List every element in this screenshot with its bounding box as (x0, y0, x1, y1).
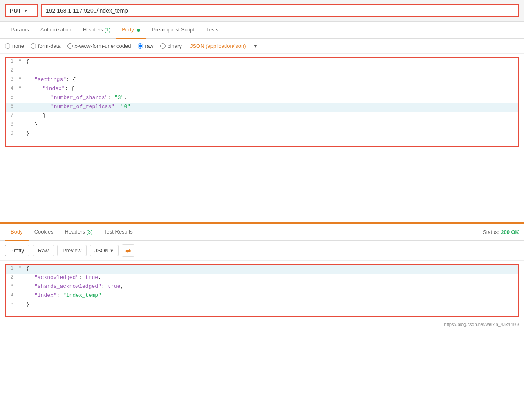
response-headers-badge: (3) (86, 229, 92, 235)
code-line: 3 "shards_acknowledged": true, (6, 283, 518, 292)
option-binary[interactable]: binary (160, 43, 182, 49)
code-line: 5 } (6, 301, 518, 310)
body-options-bar: none form-data x-www-form-urlencoded raw… (0, 39, 524, 54)
status-value: 200 OK (501, 229, 519, 235)
headers-badge: (1) (104, 27, 110, 33)
option-form-data[interactable]: form-data (31, 43, 61, 49)
method-dropdown-arrow: ▼ (24, 9, 28, 13)
format-preview[interactable]: Preview (57, 245, 87, 256)
body-active-dot (137, 29, 140, 32)
tab-body[interactable]: Body (116, 22, 146, 39)
code-line: 8 } (6, 121, 518, 130)
tab-response-headers[interactable]: Headers (3) (59, 224, 98, 241)
tab-params[interactable]: Params (5, 22, 35, 39)
url-input[interactable] (41, 4, 519, 17)
response-format-bar: Pretty Raw Preview JSON ▼ ⇌ (0, 241, 524, 261)
tab-cookies[interactable]: Cookies (29, 224, 59, 241)
code-line: 2 (6, 67, 518, 76)
option-raw[interactable]: raw (138, 43, 154, 49)
code-line: 9 } (6, 130, 518, 139)
code-line: 2 "acknowledged": true, (6, 274, 518, 283)
tab-tests[interactable]: Tests (200, 22, 224, 39)
tab-response-body[interactable]: Body (5, 224, 29, 241)
tab-pre-request[interactable]: Pre-request Script (146, 22, 200, 39)
json-type-selector[interactable]: JSON (application/json) (190, 43, 246, 49)
spacer (0, 150, 524, 224)
code-line: 4 ▼ "index": { (6, 85, 518, 94)
code-line: 1 ▼ { (6, 265, 518, 274)
code-line: 3 ▼ "settings": { (6, 76, 518, 85)
response-section: Body Cookies Headers (3) Test Results St… (0, 224, 524, 328)
top-bar: PUT ▼ (0, 0, 524, 22)
tab-authorization[interactable]: Authorization (35, 22, 77, 39)
request-tabs: Params Authorization Headers (1) Body Pr… (0, 22, 524, 39)
tab-headers[interactable]: Headers (1) (77, 22, 116, 39)
format-raw[interactable]: Raw (33, 245, 54, 256)
code-line: 1 ▼ { (6, 58, 518, 67)
code-line: 6 "number_of_replicas": "0" (6, 103, 518, 112)
response-json-type[interactable]: JSON ▼ (90, 245, 119, 256)
wrap-icon[interactable]: ⇌ (122, 244, 134, 257)
tab-test-results[interactable]: Test Results (98, 224, 139, 241)
response-tabs: Body Cookies Headers (3) Test Results St… (0, 224, 524, 241)
code-line: 4 "index": "index_temp" (6, 292, 518, 301)
option-none[interactable]: none (5, 43, 24, 49)
response-body-editor[interactable]: 1 ▼ { 2 "acknowledged": true, 3 "shards_… (5, 264, 519, 317)
format-pretty[interactable]: Pretty (5, 245, 29, 256)
code-line: 5 "number_of_shards": "3", (6, 94, 518, 103)
code-line: 7 } (6, 112, 518, 121)
response-json-arrow: ▼ (110, 248, 114, 253)
url-hint: https://blog.csdn.net/weixin_43x4486/ (0, 320, 524, 328)
method-label: PUT (10, 7, 21, 14)
request-body-editor[interactable]: 1 ▼ { 2 3 ▼ "settings": { 4 ▼ "index": {… (5, 57, 519, 147)
json-type-arrow[interactable]: ▼ (253, 44, 258, 49)
status-bar: Status: 200 OK (483, 224, 519, 240)
method-select[interactable]: PUT ▼ (5, 4, 38, 17)
option-urlencoded[interactable]: x-www-form-urlencoded (67, 43, 131, 49)
